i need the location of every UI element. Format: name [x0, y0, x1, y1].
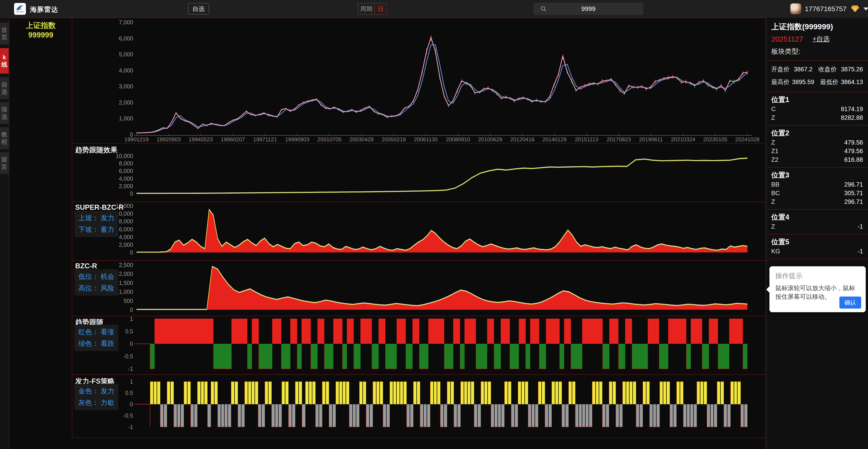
trend-effect-plot[interactable]: 10,0008,0006,0004,0002,0000	[72, 143, 766, 202]
svg-text:0.5: 0.5	[125, 390, 133, 396]
operation-tip-popup: 操作提示 鼠标滚轮可以放大缩小，鼠标按住屏幕可以移动。 确认	[769, 266, 866, 312]
svg-text:4,000: 4,000	[119, 234, 133, 240]
sidebar-item-watchlist[interactable]: 自选	[0, 77, 9, 99]
position-row: Z8282.88	[771, 113, 863, 122]
svg-text:20030428: 20030428	[349, 136, 374, 143]
panel-title-bzc: BZC-R	[75, 262, 97, 270]
top-bar: 海豚雷达 自选 周期 日 17767165757	[0, 0, 868, 18]
price-label: 开盘价	[771, 65, 794, 73]
svg-text:-0.5: -0.5	[123, 353, 133, 359]
panel-separator	[72, 438, 766, 438]
svg-text:3,000: 3,000	[119, 83, 133, 90]
svg-text:20241028: 20241028	[735, 136, 760, 143]
legend-fs-strategy: 金色： 发力 灰色： 力歇	[74, 384, 118, 410]
svg-text:20100629: 20100629	[478, 136, 502, 143]
price-value: 3895.59	[792, 79, 820, 86]
super-bzc-plot[interactable]: 12,00010,0008,0006,0004,0002,0000	[72, 202, 766, 261]
svg-text:2,500: 2,500	[119, 262, 133, 268]
position-row: Z1479.56	[771, 147, 863, 155]
svg-text:19940523: 19940523	[189, 136, 213, 143]
position-title: 位置3	[771, 170, 863, 180]
position-title: 位置5	[771, 237, 863, 247]
svg-text:8,000: 8,000	[119, 218, 133, 224]
legend-trend-follow: 红色： 看涨 绿色： 看跌	[74, 325, 118, 351]
sidebar: 首页 k线 自选 筛选 教程 留言	[0, 18, 9, 449]
position-title: 位置2	[771, 128, 863, 138]
svg-text:7,000: 7,000	[119, 19, 133, 25]
svg-text:2,000: 2,000	[119, 183, 133, 189]
position-row: BB296.71	[771, 180, 863, 189]
svg-text:1,000: 1,000	[119, 115, 133, 122]
panel-separator	[72, 375, 766, 375]
svg-text:6,000: 6,000	[119, 226, 133, 233]
search-input[interactable]	[533, 3, 643, 15]
svg-text:1,000: 1,000	[119, 289, 133, 295]
trend-bars-plot[interactable]: 10.50-0.5-1	[72, 316, 766, 375]
svg-text:20010705: 20010705	[317, 136, 342, 143]
price-value: 3864.13	[841, 79, 863, 86]
svg-text:4,000: 4,000	[119, 67, 133, 73]
svg-text:19901219: 19901219	[124, 136, 149, 143]
position-section: 位置3BB296.71BC305.71Z296.71	[767, 167, 868, 209]
user-area[interactable]: 17767165757	[790, 0, 868, 18]
fs-bars-plot[interactable]: 10.50-0.5-1	[72, 375, 766, 438]
position-row: Z479.56	[771, 138, 863, 147]
sector-type-label: 板块类型:	[771, 47, 864, 60]
svg-text:-1: -1	[128, 366, 133, 372]
svg-text:19920903: 19920903	[156, 136, 181, 143]
popup-title: 操作提示	[769, 266, 866, 280]
position-row: C8174.19	[771, 105, 863, 113]
price-summary: 开盘价3867.2收盘价3875.26最高价3895.59最低价3864.13	[767, 60, 868, 92]
svg-text:8,000: 8,000	[119, 160, 133, 167]
price-label: 最高价	[771, 78, 792, 86]
main-chart-plot[interactable]: 7,0006,0005,0004,0003,0002,0001,00001990…	[72, 18, 766, 143]
svg-text:20080910: 20080910	[446, 136, 470, 143]
svg-text:2,000: 2,000	[119, 242, 133, 248]
watchlist-button[interactable]: 自选	[188, 3, 209, 14]
svg-text:0: 0	[130, 190, 133, 197]
svg-text:20190611: 20190611	[639, 136, 663, 143]
svg-text:0: 0	[130, 340, 133, 347]
sidebar-item-tutorial[interactable]: 教程	[0, 127, 9, 149]
panel-separator	[72, 316, 766, 316]
svg-text:20050218: 20050218	[381, 136, 406, 143]
avatar[interactable]	[790, 3, 801, 14]
price-label: 最低价	[820, 78, 841, 86]
panel-title-super-bzc: SUPER-BZC-R	[75, 203, 124, 212]
chart-container: 上证指数 999999 7,0006,0005,0004,0003,0002,0…	[9, 18, 766, 449]
svg-text:20151113: 20151113	[575, 136, 598, 143]
svg-text:0: 0	[130, 249, 133, 256]
svg-text:20230105: 20230105	[703, 136, 727, 143]
symbol-label-column: 上证指数 999999	[9, 18, 72, 438]
trade-date: 20251127	[771, 35, 803, 43]
add-watchlist-link[interactable]: +自选	[813, 34, 830, 43]
sidebar-item-messages[interactable]: 留言	[0, 152, 9, 174]
period-label-button[interactable]: 周期	[358, 3, 375, 14]
bzc-plot[interactable]: 2,5002,0001,5001,0005000	[72, 261, 766, 316]
svg-text:20210324: 20210324	[671, 136, 695, 143]
app-logo[interactable]	[14, 3, 26, 15]
sidebar-item-screener[interactable]: 筛选	[0, 102, 9, 124]
svg-text:20120416: 20120416	[510, 136, 535, 143]
svg-text:0: 0	[130, 306, 133, 313]
confirm-button[interactable]: 确认	[839, 297, 861, 308]
right-panel-sections: 位置1C8174.19Z8282.88位置2Z479.56Z1479.56Z26…	[767, 92, 868, 259]
svg-text:1: 1	[130, 316, 133, 322]
position-row: BC305.71	[771, 189, 863, 198]
svg-text:-0.5: -0.5	[123, 412, 133, 419]
right-info-panel: 上证指数(999999) 20251127 +自选 板块类型: 开盘价3867.…	[767, 18, 868, 449]
position-row: Z296.71	[771, 198, 863, 206]
price-value: 3875.26	[841, 66, 863, 73]
sidebar-item-kline[interactable]: k线	[0, 48, 9, 73]
price-value: 3867.2	[794, 66, 818, 73]
position-title: 位置4	[771, 212, 863, 222]
app-name: 海豚雷达	[30, 5, 58, 14]
price-row: 最高价3895.59最低价3864.13	[771, 77, 863, 87]
legend-super-bzc: 上坡： 发力 下坡： 蓄力	[74, 211, 118, 237]
chevron-down-icon[interactable]	[864, 7, 868, 10]
svg-text:20061130: 20061130	[414, 136, 438, 143]
sidebar-item-home[interactable]: 首页	[0, 23, 9, 44]
period-day-button[interactable]: 日	[374, 3, 387, 14]
position-row: KG-1	[771, 247, 863, 256]
svg-text:2,000: 2,000	[119, 99, 133, 106]
